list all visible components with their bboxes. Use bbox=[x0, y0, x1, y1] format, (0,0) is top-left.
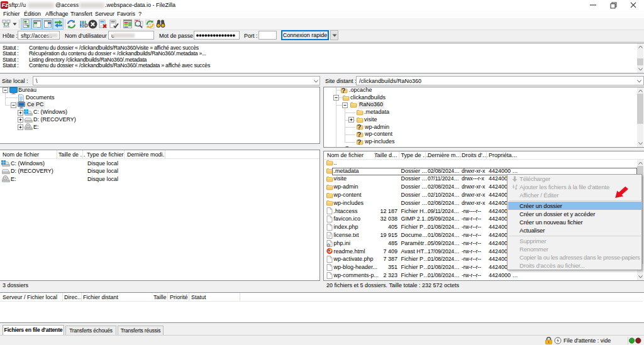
svg-text:Fz: Fz bbox=[2, 2, 8, 8]
